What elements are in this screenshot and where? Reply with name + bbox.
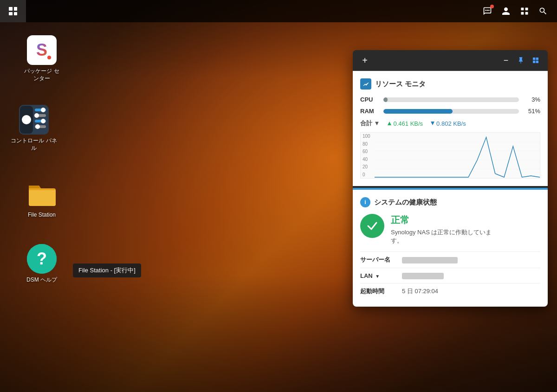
desktop: S パッケージ センター xyxy=(0,22,557,392)
health-status-row: 正常 Synology NAS は正常に作動しています。 xyxy=(360,214,540,245)
health-description: Synology NAS は正常に作動しています。 xyxy=(391,228,540,245)
svg-rect-4 xyxy=(525,8,528,11)
cpu-row: CPU 3% xyxy=(360,96,540,103)
svg-point-9 xyxy=(22,115,31,124)
svg-rect-6 xyxy=(525,12,528,15)
svg-point-2 xyxy=(488,10,490,11)
lan-label[interactable]: LAN ▼ xyxy=(360,272,402,279)
chat-icon[interactable] xyxy=(479,3,496,19)
cpu-bar-fill xyxy=(383,97,388,102)
svg-rect-5 xyxy=(521,12,524,15)
svg-point-1 xyxy=(487,10,488,11)
desktop-icon-dsm-help[interactable]: ? DSM ヘルプ xyxy=(21,240,63,288)
package-center-label: パッケージ センター xyxy=(23,68,61,82)
server-name-value xyxy=(402,257,540,264)
lan-value xyxy=(402,272,540,279)
widget-minimize-button[interactable]: − xyxy=(499,54,512,67)
ram-bar-bg xyxy=(383,109,519,114)
uptime-row: 起動時間 5 日 07:29:04 xyxy=(360,283,540,299)
desktop-icon-file-station[interactable]: File Station xyxy=(21,175,63,223)
network-upload: 0.461 KB/s xyxy=(387,120,423,127)
dsm-help-label: DSM ヘルプ xyxy=(26,276,57,284)
notifications-icon[interactable] xyxy=(516,3,533,19)
dsm-help-icon: ? xyxy=(27,244,57,274)
lan-blurred xyxy=(402,273,444,279)
widget-layout-button[interactable] xyxy=(529,54,542,67)
widget-pin-button[interactable] xyxy=(514,54,527,67)
control-panel-label: コントロール パネル xyxy=(10,137,58,152)
desktop-icon-package-center[interactable]: S パッケージ センター xyxy=(21,32,63,86)
lan-row: LAN ▼ xyxy=(360,268,540,283)
svg-point-14 xyxy=(41,108,45,112)
apps-button[interactable] xyxy=(0,0,26,22)
health-status-text: 正常 Synology NAS は正常に作動しています。 xyxy=(391,214,540,245)
file-station-tooltip: File Station - [実行中] xyxy=(73,263,141,277)
network-download: 0.802 KB/s xyxy=(430,120,466,127)
health-status: i システムの健康状態 正常 Synology NAS は正常に作動しています。… xyxy=(353,188,548,307)
resource-monitor: リソース モニタ CPU 3% RAM 51% 合計 ▼ xyxy=(353,71,548,186)
svg-text:?: ? xyxy=(37,249,47,268)
network-label[interactable]: 合計 ▼ xyxy=(360,119,380,128)
svg-point-0 xyxy=(485,10,486,11)
file-station-label: File Station xyxy=(28,212,56,219)
package-center-badge xyxy=(46,55,52,60)
user-icon[interactable] xyxy=(498,3,514,19)
package-center-icon: S xyxy=(27,35,57,65)
package-center-s-letter: S xyxy=(36,40,47,60)
taskbar-left xyxy=(0,0,26,22)
svg-point-16 xyxy=(41,119,45,123)
widget-header-controls: − xyxy=(499,54,542,67)
ram-row: RAM 51% xyxy=(360,108,540,115)
resource-monitor-icon xyxy=(360,78,371,90)
taskbar xyxy=(0,0,557,22)
svg-point-15 xyxy=(34,113,39,118)
control-panel-icon xyxy=(19,105,49,135)
desktop-icon-control-panel[interactable]: コントロール パネル xyxy=(8,101,59,155)
health-check-circle xyxy=(360,214,384,238)
chart-area xyxy=(375,133,540,178)
widget-add-button[interactable]: + xyxy=(358,54,371,67)
resource-monitor-title: リソース モニタ xyxy=(360,78,540,90)
health-info-icon: i xyxy=(360,197,370,207)
chart-y-labels: 100 80 60 40 20 0 xyxy=(361,133,375,178)
server-name-row: サーバー名 xyxy=(360,251,540,268)
search-icon[interactable] xyxy=(535,3,551,19)
health-status-title: i システムの健康状態 xyxy=(360,197,540,207)
svg-marker-20 xyxy=(388,122,391,125)
network-row: 合計 ▼ 0.461 KB/s 0.802 KB/s xyxy=(360,119,540,128)
chat-notification-badge xyxy=(490,5,494,8)
widget-header: + − xyxy=(353,50,548,71)
svg-rect-3 xyxy=(521,8,524,11)
svg-marker-21 xyxy=(431,122,434,125)
grid-icon xyxy=(9,7,17,15)
ram-bar-fill xyxy=(383,109,453,114)
server-name-blurred xyxy=(402,257,458,263)
svg-point-17 xyxy=(35,124,40,129)
network-chart: 100 80 60 40 20 0 xyxy=(360,132,540,179)
file-station-icon xyxy=(27,179,57,209)
cpu-bar-bg xyxy=(383,97,519,102)
widget-panel: + − xyxy=(353,50,548,307)
taskbar-right xyxy=(479,3,557,19)
